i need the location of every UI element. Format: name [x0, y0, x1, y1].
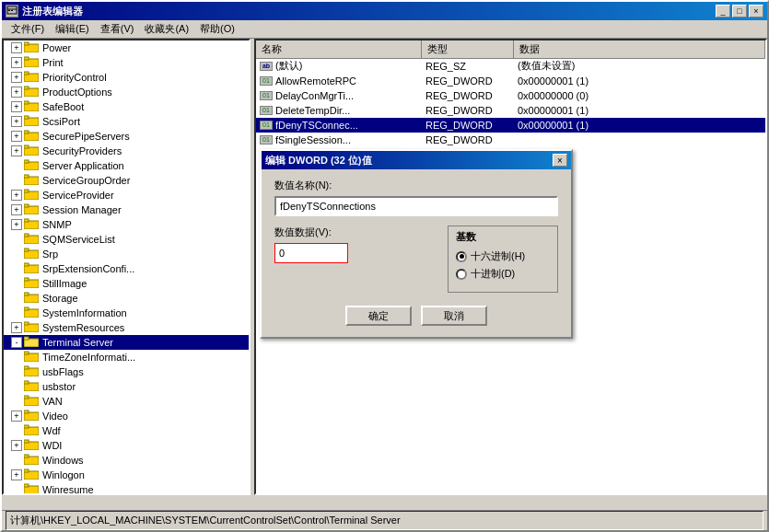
modal-overlay: 编辑 DWORD (32 位)值 × 数值名称(N): 数值数据(V): 基数: [2, 2, 767, 530]
value-data-section: 数值数据(V):: [274, 226, 433, 272]
value-data-input[interactable]: [274, 243, 348, 263]
radio-hex-label: 十六进制(H): [471, 249, 525, 263]
value-name-label: 数值名称(N):: [274, 179, 558, 192]
radio-hex-dot: [460, 254, 464, 259]
value-data-label: 数值数据(V):: [274, 226, 433, 239]
edit-dword-dialog: 编辑 DWORD (32 位)值 × 数值名称(N): 数值数据(V): 基数: [260, 149, 573, 339]
value-name-input[interactable]: [274, 196, 558, 216]
main-window: 注册表编辑器 _ □ × 文件(F) 编辑(E) 查看(V) 收藏夹(A) 帮助…: [0, 0, 769, 532]
radio-hex[interactable]: 十六进制(H): [456, 249, 550, 263]
dialog-body: 数值名称(N): 数值数据(V): 基数: [262, 169, 571, 337]
dialog-buttons: 确定 取消: [274, 306, 558, 326]
dialog-title-bar: 编辑 DWORD (32 位)值 ×: [262, 151, 571, 169]
radio-decimal-circle: [456, 269, 467, 280]
ok-button[interactable]: 确定: [345, 306, 412, 326]
dialog-close-button[interactable]: ×: [553, 154, 567, 167]
radix-section: 基数 十六进制(H) 十进制(D): [448, 226, 558, 293]
cancel-button[interactable]: 取消: [421, 306, 487, 326]
radio-decimal[interactable]: 十进制(D): [456, 267, 550, 281]
radio-decimal-label: 十进制(D): [471, 267, 515, 281]
radix-group-label: 基数: [456, 230, 550, 244]
radio-hex-circle: [456, 251, 467, 262]
dialog-title-text: 编辑 DWORD (32 位)值: [265, 154, 372, 168]
dialog-row: 数值数据(V): 基数 十六进制(H): [274, 226, 558, 293]
